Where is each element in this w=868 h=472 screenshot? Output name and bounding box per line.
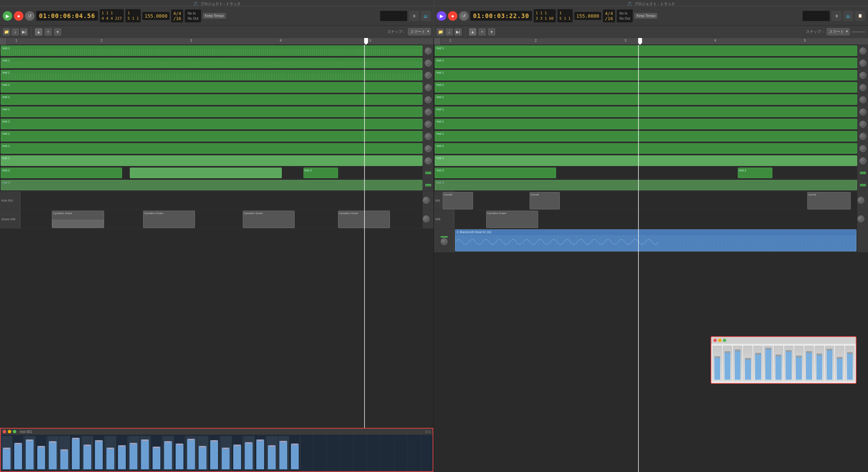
popup-handle-13[interactable]	[848, 352, 852, 354]
loop-button-right[interactable]: ↺	[459, 11, 469, 21]
fader-handle-20[interactable]	[234, 445, 240, 446]
knob-snare-r[interactable]	[857, 215, 864, 222]
play-button-left[interactable]: ▶	[3, 11, 12, 21]
piano-key-col-24[interactable]	[278, 436, 289, 470]
fader-handle-5[interactable]	[61, 449, 67, 451]
knob-1l[interactable]	[425, 48, 432, 54]
cursor-tool-left[interactable]: ▲	[35, 28, 42, 36]
knob-3r[interactable]	[860, 72, 866, 79]
fader-handle-19[interactable]	[223, 448, 229, 449]
knob-7l[interactable]	[425, 121, 432, 128]
fader-handle-15[interactable]	[177, 443, 183, 445]
knob-kick-r[interactable]	[857, 197, 864, 204]
popup-handle-1[interactable]	[725, 351, 730, 353]
fader-handle-14[interactable]	[165, 441, 171, 443]
piano-key-col-13[interactable]	[151, 436, 162, 470]
piano-key-col-14[interactable]	[163, 436, 174, 470]
fader-handle-7[interactable]	[84, 445, 91, 446]
piano-key-col-20[interactable]	[232, 436, 243, 470]
fader-handle-4[interactable]	[50, 441, 56, 443]
piano-key-col-8[interactable]	[94, 436, 104, 470]
add-sub-right[interactable]: ▾	[488, 28, 495, 36]
fader-handle-2[interactable]	[27, 439, 33, 441]
fader-handle-11[interactable]	[131, 443, 137, 445]
knob-10r[interactable]	[860, 157, 866, 164]
popup-handle-3[interactable]	[746, 358, 750, 360]
add-sub-left[interactable]: ▾	[54, 28, 61, 36]
popup-fader-2[interactable]	[733, 346, 742, 381]
knob-kick-l[interactable]	[423, 197, 430, 204]
fader-handle-25[interactable]	[292, 443, 298, 445]
fader-handle-1[interactable]	[15, 443, 21, 445]
loop-button-left[interactable]: ↺	[25, 11, 35, 21]
knob-6r[interactable]	[860, 109, 866, 115]
piano-key-col-11[interactable]	[128, 436, 139, 470]
knob-9r[interactable]	[860, 145, 866, 152]
zoom-slider-right[interactable]	[852, 31, 865, 33]
popup-handle-6[interactable]	[776, 355, 781, 356]
piano-key-col-23[interactable]	[267, 436, 277, 470]
piano-key-col-7[interactable]	[82, 436, 93, 470]
piano-key-col-22[interactable]	[255, 436, 266, 470]
popup-fader-8[interactable]	[794, 346, 804, 381]
piano-key-col-15[interactable]	[174, 436, 185, 470]
piano-key-col-16[interactable]	[186, 436, 197, 470]
knob-1r[interactable]	[860, 48, 866, 54]
piano-key-col-4[interactable]	[47, 436, 58, 470]
popup-handle-5[interactable]	[766, 348, 771, 350]
popup-handle-2[interactable]	[735, 350, 740, 351]
popup-fader-1[interactable]	[723, 346, 732, 381]
piano-key-col-2[interactable]	[24, 436, 35, 470]
fader-handle-0[interactable]	[4, 448, 10, 449]
knob-2l[interactable]	[425, 60, 432, 67]
knob-8l[interactable]	[425, 133, 432, 140]
knob-beat-r[interactable]	[441, 238, 448, 245]
record-button-right[interactable]: ●	[448, 11, 457, 21]
knob-5l[interactable]	[425, 96, 432, 103]
knob-4r[interactable]	[860, 84, 866, 91]
knob-10l[interactable]	[425, 157, 432, 164]
record-button-left[interactable]: ●	[14, 11, 23, 21]
popup-handle-10[interactable]	[817, 354, 822, 355]
popup-fader-0[interactable]	[713, 346, 722, 381]
fader-handle-23[interactable]	[269, 445, 275, 447]
popup-fader-5[interactable]	[764, 346, 773, 381]
popup-fader-11[interactable]	[825, 346, 834, 381]
add-tool-right[interactable]: +	[478, 28, 486, 36]
knob-4l[interactable]	[425, 84, 432, 91]
knob-7r[interactable]	[860, 121, 866, 128]
fader-handle-8[interactable]	[96, 440, 102, 442]
piano-key-col-6[interactable]	[71, 436, 81, 470]
popup-fader-6[interactable]	[774, 346, 783, 381]
popup-fader-9[interactable]	[805, 346, 814, 381]
piano-key-col-1[interactable]	[13, 436, 24, 470]
piano-key-col-10[interactable]	[117, 436, 127, 470]
fader-handle-10[interactable]	[119, 445, 125, 447]
fader-handle-22[interactable]	[257, 439, 263, 441]
knob-snare-l[interactable]	[423, 215, 430, 222]
fader-handle-18[interactable]	[211, 440, 217, 442]
popup-handle-4[interactable]	[756, 353, 761, 355]
fader-handle-3[interactable]	[38, 446, 44, 448]
popup-fader-13[interactable]	[845, 346, 854, 381]
fader-handle-13[interactable]	[154, 447, 160, 448]
fader-handle-6[interactable]	[73, 438, 79, 439]
snap-select-left[interactable]: スマート ▾	[408, 28, 431, 35]
fader-handle-16[interactable]	[188, 439, 194, 440]
popup-fader-7[interactable]	[784, 346, 793, 381]
piano-key-col-25[interactable]	[290, 436, 300, 470]
popup-fader-12[interactable]	[835, 346, 844, 381]
piano-key-col-0[interactable]	[1, 436, 12, 470]
piano-key-col-12[interactable]	[140, 436, 151, 470]
piano-key-col-9[interactable]	[105, 436, 116, 470]
piano-key-col-19[interactable]	[220, 436, 231, 470]
popup-handle-8[interactable]	[796, 356, 801, 357]
knob-6l[interactable]	[425, 109, 432, 115]
popup-fader-4[interactable]	[753, 346, 763, 381]
popup-handle-0[interactable]	[715, 356, 720, 358]
knob-2r[interactable]	[860, 60, 866, 67]
piano-key-col-21[interactable]	[243, 436, 254, 470]
popup-fader-10[interactable]	[815, 346, 824, 381]
fader-handle-17[interactable]	[200, 446, 206, 448]
popup-handle-7[interactable]	[786, 350, 791, 352]
